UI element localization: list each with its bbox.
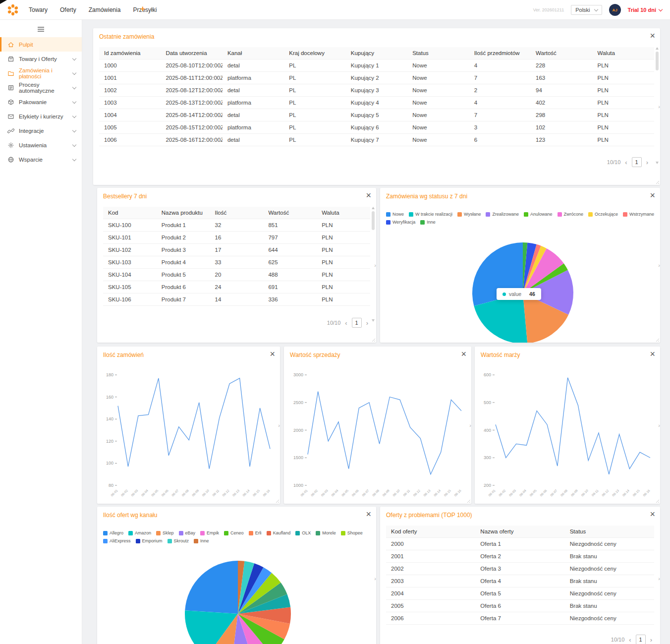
- scroll-down-icon[interactable]: [656, 162, 659, 164]
- legend-item-amazon[interactable]: Amazon: [128, 530, 151, 535]
- legend-item-emporium[interactable]: Emporium: [136, 538, 163, 543]
- table-row[interactable]: 2002Oferta 3Niezgodność ceny: [386, 563, 654, 575]
- resize-handle[interactable]: [371, 337, 375, 342]
- table-row[interactable]: SKU-101Produkt 216797PLN: [103, 232, 370, 244]
- legend-item-anulowane[interactable]: Anulowane: [524, 212, 553, 217]
- legend-item-ceneo[interactable]: Ceneo: [224, 530, 244, 535]
- close-icon[interactable]: ×: [366, 508, 371, 521]
- table-row[interactable]: 10002025-08-10T12:00:00ZdetalPLKupujący …: [99, 59, 654, 72]
- table-row[interactable]: 10042025-08-14T12:00:00ZdetalPLKupujący …: [99, 109, 654, 121]
- sidebar-item-wsparcie[interactable]: Wsparcie: [0, 152, 82, 167]
- close-icon[interactable]: ×: [650, 508, 655, 521]
- top-menu-oferty[interactable]: Oferty: [60, 6, 76, 13]
- top-menu-towary[interactable]: Towary: [29, 6, 48, 13]
- sidebar-item-pulpit[interactable]: Pulpit: [0, 37, 82, 52]
- resize-handle[interactable]: [655, 179, 659, 184]
- close-icon[interactable]: ×: [366, 189, 371, 202]
- sidebar-item-integracje[interactable]: Integracje: [0, 123, 82, 138]
- sidebar-item-pakowanie[interactable]: Pakowanie: [0, 95, 82, 109]
- legend-item-inne[interactable]: Inne: [194, 538, 209, 543]
- legend-item-wyslane[interactable]: Wysłane: [457, 212, 481, 217]
- table-row[interactable]: 10012025-08-11T12:00:00ZplatformaPLKupuj…: [99, 72, 654, 84]
- table-row[interactable]: 2001Oferta 2Brak stanu: [386, 550, 654, 563]
- legend-item-aliexpress[interactable]: AliExpress: [103, 538, 131, 543]
- legend-item-empik[interactable]: Empik: [200, 530, 219, 535]
- close-icon[interactable]: ×: [650, 30, 655, 42]
- add-button[interactable]: +: [140, 4, 145, 13]
- close-icon[interactable]: ×: [650, 189, 655, 202]
- table-row[interactable]: SKU-106Produkt 714336PLN: [103, 293, 370, 306]
- table-row[interactable]: 10022025-08-12T12:00:00ZdetalPLKupujący …: [99, 84, 654, 97]
- table-row[interactable]: 10032025-08-13T12:00:00ZplatformaPLKupuj…: [99, 97, 654, 109]
- page-number-button[interactable]: 1: [632, 157, 642, 167]
- table-row[interactable]: 10062025-08-16T12:00:00ZdetalPLKupujący …: [99, 134, 654, 146]
- scroll-thumb[interactable]: [372, 211, 375, 230]
- resize-handle[interactable]: [655, 337, 659, 342]
- legend-item-kaufland[interactable]: Kaufland: [267, 530, 291, 535]
- legend-item-skroutz[interactable]: Skroutz: [168, 538, 189, 543]
- close-icon[interactable]: ×: [650, 348, 655, 360]
- language-select[interactable]: Polski: [571, 5, 602, 15]
- legend-item-shopee[interactable]: Shopee: [341, 530, 363, 535]
- legend-item-zwrocone[interactable]: Zwrócone: [558, 212, 584, 217]
- legend-item-sklep[interactable]: Sklep: [156, 530, 174, 535]
- scroll-up-icon[interactable]: [372, 207, 375, 209]
- table-row[interactable]: SKU-104Produkt 520488PLN: [103, 269, 370, 281]
- table-row[interactable]: 10052025-08-15T12:00:00ZplatformaPLKupuj…: [99, 121, 654, 134]
- sidebar-item-procesy-automatyczne[interactable]: Procesy automatyczne: [0, 80, 82, 95]
- legend-item-morele[interactable]: Morele: [316, 530, 336, 535]
- card-expand-icon[interactable]: ›: [658, 576, 660, 582]
- next-page-icon[interactable]: ›: [646, 159, 648, 166]
- close-icon[interactable]: ×: [270, 348, 275, 360]
- legend-item-zrealizowane[interactable]: Zrealizowane: [486, 212, 519, 217]
- legend-item-weryfikacja[interactable]: Weryfikacja: [386, 220, 415, 225]
- scroll-thumb[interactable]: [656, 52, 659, 70]
- sidebar-collapse-button[interactable]: [0, 23, 82, 35]
- table-row[interactable]: 2006Oferta 7Niezgodność ceny: [386, 612, 654, 625]
- sidebar-item-towary-i-oferty[interactable]: Towary i Oferty: [0, 52, 82, 66]
- table-row[interactable]: 2000Oferta 1Niezgodność ceny: [386, 538, 654, 550]
- scroll-down-icon[interactable]: [372, 319, 375, 322]
- table-row[interactable]: SKU-102Produkt 317644PLN: [103, 244, 370, 256]
- card-expand-icon[interactable]: ›: [469, 422, 471, 428]
- card-expand-icon[interactable]: ›: [658, 422, 660, 428]
- next-page-icon[interactable]: ›: [366, 320, 368, 326]
- legend-label: Wysłane: [464, 212, 481, 217]
- table-row[interactable]: 2004Oferta 5Niezgodność ceny: [386, 587, 654, 600]
- legend-item-allegro[interactable]: Allegro: [103, 530, 123, 535]
- avatar[interactable]: AJ: [609, 4, 621, 16]
- table-row[interactable]: 2005Oferta 6Brak stanu: [386, 600, 654, 612]
- prev-page-icon[interactable]: ‹: [629, 637, 631, 643]
- legend-item-olx[interactable]: OLX: [295, 530, 311, 535]
- trial-badge[interactable]: Trial 10 dni: [628, 7, 662, 13]
- sidebar-item-etykiety-i-kurierzy[interactable]: Etykiety i kurierzy: [0, 109, 82, 123]
- legend-item-oczekujace[interactable]: Oczekujące: [588, 212, 618, 217]
- sidebar-item-ustawienia[interactable]: Ustawienia: [0, 138, 82, 152]
- next-page-icon[interactable]: ›: [650, 637, 652, 643]
- legend-item-ebay[interactable]: eBay: [179, 530, 196, 535]
- legend-item-nowe[interactable]: Nowe: [386, 212, 404, 217]
- prev-page-icon[interactable]: ‹: [345, 320, 347, 326]
- top-menu-zamowienia[interactable]: Zamówienia: [89, 6, 121, 13]
- legend-item-w-trakcie-realizacji[interactable]: W trakcie realizacji: [409, 212, 452, 217]
- legend-item-inne[interactable]: Inne: [420, 220, 436, 225]
- table-row[interactable]: 2003Oferta 4Brak stanu: [386, 575, 654, 587]
- page-number-button[interactable]: 1: [636, 635, 646, 644]
- app-logo-icon[interactable]: [6, 3, 19, 16]
- card-expand-icon[interactable]: ›: [374, 576, 376, 582]
- close-icon[interactable]: ×: [461, 348, 466, 360]
- table-row[interactable]: SKU-100Produkt 132851PLN: [103, 219, 370, 232]
- pie-slice-allegro[interactable]: [185, 561, 238, 614]
- table-row[interactable]: SKU-103Produkt 433625PLN: [103, 256, 370, 269]
- card-expand-icon[interactable]: ›: [278, 422, 280, 428]
- card-expand-icon[interactable]: ›: [658, 263, 660, 268]
- legend-item-erli[interactable]: Erli: [249, 530, 262, 535]
- scroll-up-icon[interactable]: [656, 47, 659, 50]
- legend-item-wstrzymane[interactable]: Wstrzymane: [623, 212, 654, 217]
- prev-page-icon[interactable]: ‹: [625, 159, 627, 166]
- table-row[interactable]: SKU-105Produkt 624691PLN: [103, 281, 370, 293]
- page-number-button[interactable]: 1: [352, 318, 362, 328]
- card-expand-icon[interactable]: ›: [658, 104, 660, 110]
- card-expand-icon[interactable]: ›: [374, 263, 376, 268]
- sidebar-item-zamowienia-i-platnosci[interactable]: Zamówienia i płatności: [0, 66, 82, 80]
